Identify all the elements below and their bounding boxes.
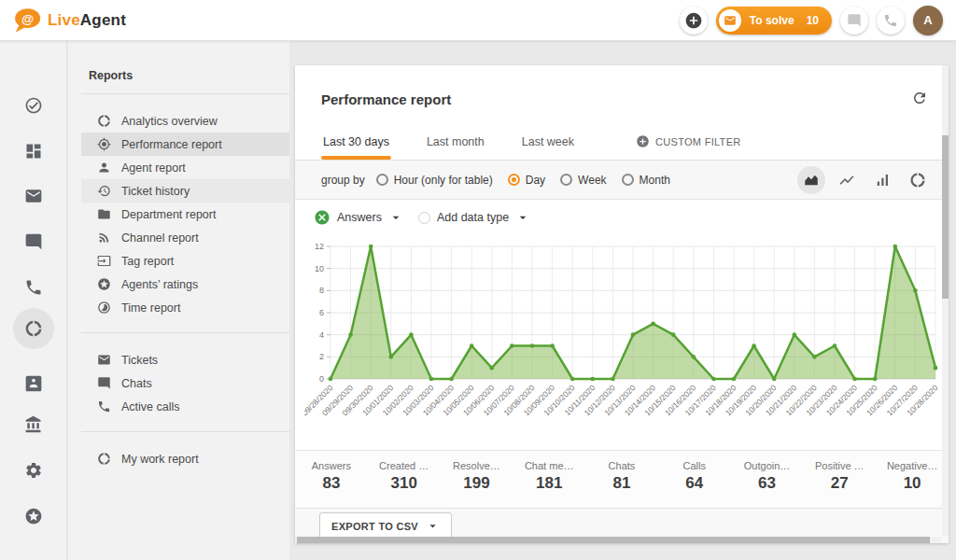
target-icon bbox=[97, 137, 111, 151]
sidebar-item-tag-report[interactable]: Tag report bbox=[81, 249, 289, 273]
rail-item-company[interactable] bbox=[0, 406, 67, 443]
stat-label: Created … bbox=[368, 460, 441, 471]
chart-svg: 02468101209/28/202009/29/202009/30/20201… bbox=[304, 235, 947, 450]
data-series-row: Answers Add data type bbox=[295, 200, 949, 235]
tab-last-week[interactable]: Last week bbox=[520, 123, 576, 160]
rail-item-chats[interactable] bbox=[0, 223, 67, 260]
add-data-type-button[interactable]: Add data type bbox=[413, 206, 536, 229]
rail-item-dashboard[interactable] bbox=[0, 133, 67, 170]
horizontal-scrollbar bbox=[295, 537, 941, 543]
to-solve-button[interactable]: To solve 10 bbox=[716, 7, 832, 35]
calls-button[interactable] bbox=[877, 7, 905, 35]
folder-icon bbox=[97, 207, 111, 221]
radio-label: Week bbox=[578, 174, 606, 187]
radio-month[interactable]: Month bbox=[622, 174, 670, 187]
rail-item-tickets[interactable] bbox=[0, 177, 67, 215]
avatar[interactable]: A bbox=[913, 6, 943, 35]
stat-label: Chat me… bbox=[513, 460, 585, 471]
phone-icon bbox=[97, 399, 111, 413]
sidebar-item-label: Analytics overview bbox=[121, 115, 218, 128]
stat-label: Positive … bbox=[803, 460, 876, 471]
stat-value: 199 bbox=[441, 474, 513, 493]
reports-sidebar: Reports Analytics overviewPerformance re… bbox=[68, 41, 289, 560]
sidebar-item-department-report[interactable]: Department report bbox=[81, 203, 289, 226]
sidebar-item-label: Chats bbox=[121, 377, 152, 390]
vertical-scrollbar-thumb[interactable] bbox=[942, 135, 949, 299]
sidebar-item-performance-report[interactable]: Performance report bbox=[81, 133, 289, 156]
brand-name: LiveAgent bbox=[48, 11, 126, 30]
svg-text:4: 4 bbox=[319, 330, 324, 340]
export-to-csv-button[interactable]: EXPORT TO CSV bbox=[319, 512, 452, 539]
stat-label: Negative… bbox=[876, 460, 949, 471]
radio-hour-only-for-table-[interactable]: Hour (only for table) bbox=[376, 174, 493, 187]
sidebar-item-active-calls[interactable]: Active calls bbox=[81, 395, 289, 418]
sidebar-item-agent-report[interactable]: Agent report bbox=[81, 156, 289, 179]
history-icon bbox=[97, 184, 111, 198]
sidebar-item-agents-ratings[interactable]: Agents’ ratings bbox=[81, 273, 289, 296]
radio-circle-icon bbox=[376, 174, 388, 186]
svg-text:2: 2 bbox=[319, 352, 324, 361]
add-data-type-label: Add data type bbox=[437, 211, 509, 224]
performance-report-card: Performance report Last 30 daysLast mont… bbox=[295, 65, 949, 543]
answers-series-chip[interactable]: Answers bbox=[308, 205, 409, 230]
rail-item-upgrade[interactable] bbox=[0, 497, 67, 535]
line-chart-button[interactable] bbox=[833, 166, 861, 194]
sidebar-item-analytics-overview[interactable]: Analytics overview bbox=[81, 109, 289, 133]
liveagent-logo[interactable]: @ LiveAgent bbox=[13, 7, 126, 33]
horizontal-scrollbar-thumb[interactable] bbox=[297, 537, 930, 543]
sidebar-item-label: Tickets bbox=[121, 354, 158, 367]
rail-item-tasks[interactable] bbox=[0, 87, 67, 124]
stat-label: Answers bbox=[295, 460, 368, 471]
phone-icon bbox=[24, 278, 43, 297]
area-chart-button[interactable] bbox=[797, 166, 825, 194]
stat-value: 63 bbox=[731, 474, 804, 493]
tab-last-30-days[interactable]: Last 30 days bbox=[321, 123, 391, 160]
chevron-down-icon bbox=[388, 210, 403, 225]
sidebar-item-label: Department report bbox=[121, 208, 216, 221]
star-circle-icon bbox=[97, 277, 111, 291]
chats-button[interactable] bbox=[840, 7, 868, 35]
sidebar-item-channel-report[interactable]: Channel report bbox=[81, 226, 289, 249]
rail-item-contacts[interactable] bbox=[0, 365, 67, 402]
sidebar-item-my-work-report[interactable]: My work report bbox=[81, 447, 289, 470]
tab-last-month[interactable]: Last month bbox=[425, 123, 486, 160]
page-title: Performance report bbox=[321, 91, 451, 107]
stat-value: 181 bbox=[513, 474, 585, 493]
plus-circle-icon bbox=[684, 11, 703, 30]
donut-icon bbox=[24, 319, 43, 338]
top-header: @ LiveAgent To solve 10 A bbox=[0, 0, 956, 41]
remove-series-icon[interactable] bbox=[314, 209, 330, 226]
stat-value: 27 bbox=[803, 474, 876, 493]
timelapse-icon bbox=[97, 301, 111, 315]
date-range-tabs: Last 30 daysLast monthLast weekCUSTOM FI… bbox=[295, 123, 949, 161]
rail-item-settings[interactable] bbox=[0, 452, 67, 489]
rail-item-reports[interactable] bbox=[0, 310, 67, 347]
bar-chart-button[interactable] bbox=[868, 166, 896, 194]
radio-week[interactable]: Week bbox=[560, 174, 606, 187]
person-icon bbox=[97, 161, 111, 175]
sidebar-item-chats[interactable]: Chats bbox=[81, 371, 289, 395]
refresh-button[interactable] bbox=[911, 90, 928, 106]
rail-item-calls[interactable] bbox=[0, 269, 67, 306]
sidebar-item-ticket-history[interactable]: Ticket history bbox=[81, 179, 289, 203]
radio-label: Hour (only for table) bbox=[394, 174, 493, 187]
donut-chart-icon bbox=[909, 172, 926, 189]
stat-value: 81 bbox=[585, 474, 658, 493]
stat-value: 310 bbox=[368, 474, 441, 493]
donut-chart-button[interactable] bbox=[904, 166, 932, 194]
add-button[interactable] bbox=[680, 7, 708, 35]
custom-filter-button[interactable]: CUSTOM FILTER bbox=[636, 123, 741, 160]
divider bbox=[81, 431, 289, 432]
radio-label: Month bbox=[640, 174, 670, 187]
sidebar-item-label: Performance report bbox=[121, 138, 222, 151]
sidebar-item-tickets[interactable]: Tickets bbox=[81, 348, 289, 371]
sidebar-item-time-report[interactable]: Time report bbox=[81, 296, 289, 319]
chat-icon bbox=[24, 232, 43, 251]
loader-circle-icon bbox=[97, 114, 111, 128]
stat-resolve-: Resolve…199 bbox=[441, 451, 513, 508]
stat-label: Calls bbox=[658, 460, 731, 471]
check-circle-icon bbox=[24, 96, 43, 115]
to-solve-count: 10 bbox=[807, 14, 819, 27]
radio-day[interactable]: Day bbox=[508, 174, 545, 187]
chat-icon bbox=[97, 376, 111, 390]
